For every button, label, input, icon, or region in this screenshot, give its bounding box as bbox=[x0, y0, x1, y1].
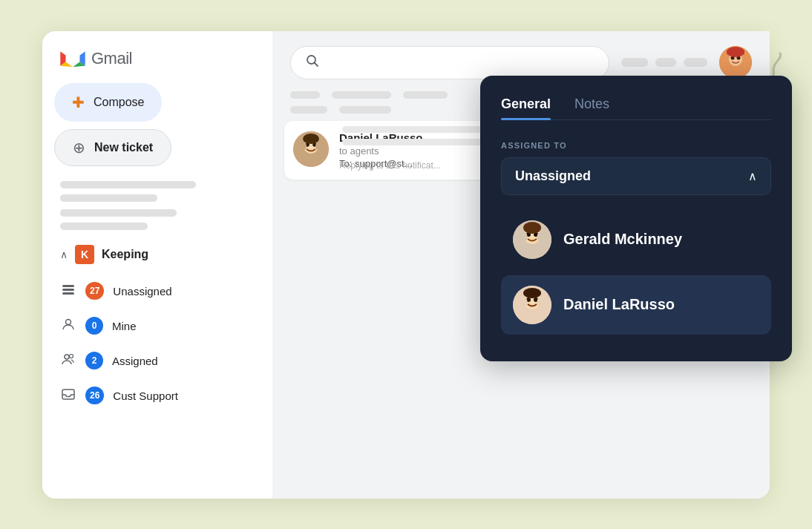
ph-2 bbox=[332, 91, 391, 99]
gmail-sidebar: Gmail ✚ Compose ⊕ New ticket ∧ K Keeping bbox=[42, 31, 272, 499]
placeholder-line-4 bbox=[60, 223, 148, 230]
email-sender-avatar bbox=[293, 131, 329, 167]
sidebar-item-unassigned[interactable]: 27 Unassigned bbox=[54, 275, 261, 308]
sidebar-placeholder-lines bbox=[42, 181, 272, 230]
placeholder-line-3 bbox=[60, 209, 177, 217]
svg-point-20 bbox=[302, 142, 307, 150]
svg-point-33 bbox=[523, 288, 541, 298]
keeping-logo: K bbox=[75, 245, 94, 264]
ph-5 bbox=[339, 106, 391, 114]
assigned-dropdown-text: Unassigned bbox=[515, 168, 591, 184]
svg-point-19 bbox=[303, 134, 319, 144]
agent-item-daniel[interactable]: Daniel LaRusso bbox=[501, 275, 771, 335]
sidebar-item-assigned[interactable]: 2 Assigned bbox=[54, 344, 261, 378]
panel-tabs: General Notes bbox=[501, 96, 771, 120]
svg-point-34 bbox=[523, 298, 528, 306]
svg-point-26 bbox=[523, 222, 541, 234]
user-avatar bbox=[719, 46, 752, 79]
ph-1 bbox=[290, 91, 320, 99]
ph-3 bbox=[403, 91, 448, 99]
svg-point-5 bbox=[65, 355, 69, 359]
svg-rect-2 bbox=[62, 289, 74, 291]
assigned-badge: 2 bbox=[85, 352, 103, 369]
chevron-up-icon: ∧ bbox=[748, 169, 757, 183]
sidebar-item-unassigned-label: Unassigned bbox=[113, 285, 171, 298]
topbar-placeholder-2 bbox=[655, 58, 676, 67]
placeholder-line-1 bbox=[60, 181, 196, 188]
svg-rect-14 bbox=[727, 50, 744, 55]
unassigned-badge: 27 bbox=[85, 282, 104, 300]
tab-notes[interactable]: Notes bbox=[574, 96, 609, 119]
search-input[interactable] bbox=[328, 59, 594, 66]
new-ticket-button[interactable]: ⊕ New ticket bbox=[54, 129, 171, 166]
keeping-section: ∧ K Keeping 27 Unassigned 0 Mine bbox=[42, 245, 272, 413]
search-icon bbox=[306, 54, 319, 71]
layers-icon bbox=[60, 282, 76, 300]
keeping-label: Keeping bbox=[102, 248, 148, 261]
compose-label: Compose bbox=[94, 96, 144, 109]
agent-item-gerald[interactable]: Gerald Mckinney bbox=[501, 210, 771, 269]
svg-rect-3 bbox=[62, 292, 74, 295]
svg-point-28 bbox=[537, 232, 543, 240]
sidebar-item-mine-label: Mine bbox=[112, 320, 137, 332]
assigned-dropdown[interactable]: Unassigned ∧ bbox=[501, 157, 771, 195]
search-bar[interactable] bbox=[290, 46, 609, 79]
sidebar-item-cust-support-label: Cust Support bbox=[113, 390, 178, 402]
people-icon bbox=[60, 352, 76, 370]
chevron-icon: ∧ bbox=[60, 249, 68, 260]
keeping-header: ∧ K Keeping bbox=[54, 245, 261, 264]
sidebar-item-assigned-label: Assigned bbox=[112, 355, 158, 367]
email-footer: Replying to this notificat... bbox=[339, 160, 441, 171]
tab-general[interactable]: General bbox=[501, 96, 551, 119]
person-icon bbox=[60, 317, 76, 335]
compose-icon: ✚ bbox=[72, 93, 85, 111]
svg-point-4 bbox=[66, 319, 71, 324]
new-ticket-label: New ticket bbox=[94, 141, 153, 154]
new-ticket-icon: ⊕ bbox=[73, 139, 85, 157]
sidebar-item-cust-support[interactable]: 26 Cust Support bbox=[54, 379, 261, 413]
agent-name-daniel: Daniel LaRusso bbox=[563, 296, 675, 313]
gmail-logo-text: Gmail bbox=[91, 49, 132, 68]
agent-name-gerald: Gerald Mckinney bbox=[563, 231, 682, 248]
placeholder-line-2 bbox=[60, 194, 157, 202]
main-content: Daniel LaRusso to agents To: support@st.… bbox=[272, 31, 770, 499]
cust-support-badge: 26 bbox=[85, 387, 104, 404]
svg-point-21 bbox=[315, 142, 320, 150]
ph-4 bbox=[290, 106, 327, 114]
dropdown-panel: General Notes ASSIGNED TO Unassigned ∧ G… bbox=[480, 76, 792, 361]
inbox-icon bbox=[60, 387, 76, 405]
mine-badge: 0 bbox=[85, 317, 103, 335]
svg-point-27 bbox=[523, 232, 528, 240]
main-card: Gmail ✚ Compose ⊕ New ticket ∧ K Keeping bbox=[42, 31, 770, 499]
sidebar-item-mine[interactable]: 0 Mine bbox=[54, 309, 261, 343]
topbar-placeholder-1 bbox=[621, 58, 648, 67]
assigned-to-label: ASSIGNED TO bbox=[501, 141, 771, 150]
compose-button[interactable]: ✚ Compose bbox=[54, 83, 162, 122]
svg-point-35 bbox=[537, 298, 543, 306]
gmail-logo: Gmail bbox=[42, 49, 272, 83]
svg-rect-1 bbox=[62, 285, 74, 287]
agent-avatar-gerald bbox=[513, 220, 551, 259]
topbar-placeholder-3 bbox=[684, 58, 707, 67]
agent-avatar-daniel bbox=[513, 286, 551, 324]
svg-point-6 bbox=[70, 354, 73, 358]
gmail-logo-icon bbox=[60, 49, 85, 68]
